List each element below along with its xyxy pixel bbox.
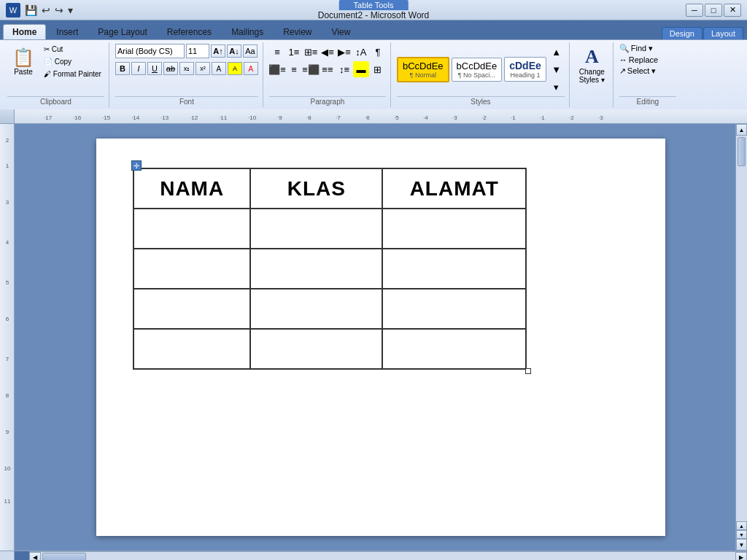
change-styles-button[interactable]: A ChangeStyles ▾ bbox=[576, 44, 608, 86]
tab-page-layout[interactable]: Page Layout bbox=[88, 24, 156, 39]
close-button[interactable]: ✕ bbox=[724, 4, 741, 17]
svg-text:·1: ·1 bbox=[511, 114, 516, 121]
table-cell[interactable] bbox=[133, 329, 250, 369]
svg-text:·11: ·11 bbox=[219, 114, 228, 121]
style-normal-label: ¶ Normal bbox=[403, 71, 444, 79]
show-marks-button[interactable]: ¶ bbox=[370, 44, 386, 60]
table-cell[interactable] bbox=[250, 329, 382, 369]
tab-mailings[interactable]: Mailings bbox=[222, 24, 273, 39]
border-button[interactable]: ⊞ bbox=[370, 61, 386, 77]
customize-icon[interactable]: ▾ bbox=[66, 3, 74, 18]
align-right-button[interactable]: ≡⬛ bbox=[303, 61, 319, 77]
scroll-page-down[interactable]: ▼ bbox=[736, 530, 747, 539]
subscript-button[interactable]: x₂ bbox=[179, 62, 194, 75]
italic-button[interactable]: I bbox=[131, 62, 146, 75]
table-cell[interactable] bbox=[250, 209, 382, 249]
font-name-input[interactable] bbox=[115, 44, 185, 58]
font-color-button[interactable]: A bbox=[244, 62, 258, 75]
vertical-scrollbar[interactable]: ▲ ▲ ▼ ▼ bbox=[735, 124, 747, 551]
font-group-label: Font bbox=[115, 96, 258, 106]
select-button[interactable]: ↗ Select ▾ bbox=[619, 66, 657, 76]
table-cell[interactable] bbox=[250, 289, 382, 329]
style-heading1[interactable]: cDdEe Heading 1 bbox=[504, 57, 546, 82]
svg-text:·5: ·5 bbox=[394, 114, 399, 121]
table-cell[interactable] bbox=[133, 249, 250, 289]
line-spacing-button[interactable]: ↕≡ bbox=[336, 61, 352, 77]
maximize-button[interactable]: □ bbox=[705, 4, 722, 17]
clear-format-button[interactable]: Aa bbox=[243, 44, 258, 58]
table-row bbox=[133, 329, 526, 369]
style-normal[interactable]: bCcDdEe ¶ Normal bbox=[397, 57, 449, 82]
list-ordered-button[interactable]: 1≡ bbox=[286, 44, 302, 60]
style-heading1-label: Heading 1 bbox=[509, 71, 541, 79]
decrease-indent-button[interactable]: ◀≡ bbox=[320, 44, 336, 60]
svg-text:·1: ·1 bbox=[540, 114, 545, 121]
save-icon[interactable]: 💾 bbox=[23, 3, 39, 18]
copy-button[interactable]: 📄 Copy bbox=[41, 56, 104, 67]
text-effect-button[interactable]: A bbox=[212, 62, 226, 75]
tab-insert[interactable]: Insert bbox=[47, 24, 88, 39]
replace-button[interactable]: ↔ Replace bbox=[619, 55, 658, 64]
scroll-up-arrow[interactable]: ▲ bbox=[736, 124, 747, 136]
find-button[interactable]: 🔍 Find ▾ bbox=[619, 44, 653, 53]
h-scroll-thumb[interactable] bbox=[42, 553, 86, 560]
align-center-button[interactable]: ≡ bbox=[286, 61, 302, 77]
tab-view[interactable]: View bbox=[322, 24, 360, 39]
scroll-page-up[interactable]: ▲ bbox=[736, 521, 747, 530]
horizontal-scrollbar[interactable]: ◀ ▶ bbox=[29, 551, 747, 560]
styles-scroll-down[interactable]: ▼ bbox=[549, 61, 565, 77]
table-cell[interactable] bbox=[382, 209, 526, 249]
tab-review[interactable]: Review bbox=[274, 24, 321, 39]
undo-icon[interactable]: ↩ bbox=[40, 3, 52, 18]
table-cell[interactable] bbox=[133, 289, 250, 329]
cut-button[interactable]: ✂ Cut bbox=[41, 44, 104, 55]
tab-layout[interactable]: Layout bbox=[703, 27, 743, 39]
vertical-ruler: 2 1 3 4 5 6 7 8 9 10 11 bbox=[0, 124, 15, 551]
header-nama[interactable]: NAMA bbox=[133, 168, 250, 209]
increase-font-button[interactable]: A↑ bbox=[211, 44, 225, 58]
font-size-input[interactable] bbox=[186, 44, 209, 58]
table-cell[interactable] bbox=[382, 289, 526, 329]
scroll-left-arrow[interactable]: ◀ bbox=[29, 552, 41, 560]
replace-label: Replace bbox=[629, 55, 658, 64]
tab-design[interactable]: Design bbox=[662, 27, 703, 39]
table-cell[interactable] bbox=[382, 249, 526, 289]
shading-button[interactable]: ▬ bbox=[353, 61, 369, 77]
change-styles-group: A ChangeStyles ▾ bbox=[571, 42, 614, 107]
decrease-font-button[interactable]: A↓ bbox=[227, 44, 241, 58]
style-no-spacing[interactable]: bCcDdEe ¶ No Spaci... bbox=[452, 58, 503, 82]
increase-indent-button[interactable]: ▶≡ bbox=[336, 44, 352, 60]
table-cell[interactable] bbox=[133, 209, 250, 249]
minimize-button[interactable]: ─ bbox=[686, 4, 703, 17]
redo-icon[interactable]: ↪ bbox=[53, 3, 65, 18]
scroll-right-arrow[interactable]: ▶ bbox=[735, 552, 747, 560]
paste-button[interactable]: 📋 Paste bbox=[7, 44, 39, 79]
header-klas[interactable]: KLAS bbox=[250, 168, 382, 209]
scroll-down-arrow[interactable]: ▼ bbox=[736, 539, 747, 551]
svg-text:·3: ·3 bbox=[452, 114, 457, 121]
h-scroll-track bbox=[41, 552, 735, 560]
underline-button[interactable]: U bbox=[147, 62, 162, 75]
table-move-handle[interactable]: ✛ bbox=[131, 160, 142, 171]
list-unordered-button[interactable]: ≡ bbox=[269, 44, 285, 60]
find-icon: 🔍 bbox=[619, 44, 630, 53]
paragraph-group: ≡ 1≡ ⊞≡ ◀≡ ▶≡ ↕A ¶ ⬛≡ ≡ ≡⬛ ≡≡ ↕≡ ▬ ⊞ Par… bbox=[265, 42, 391, 107]
multilevel-list-button[interactable]: ⊞≡ bbox=[303, 44, 319, 60]
table-resize-handle[interactable] bbox=[525, 368, 531, 374]
superscript-button[interactable]: x² bbox=[196, 62, 210, 75]
header-alamat[interactable]: ALAMAT bbox=[382, 168, 526, 209]
bold-button[interactable]: B bbox=[115, 62, 130, 75]
table-cell[interactable] bbox=[250, 249, 382, 289]
strikethrough-button[interactable]: ab bbox=[163, 62, 178, 75]
table-cell[interactable] bbox=[382, 329, 526, 369]
highlight-button[interactable]: A bbox=[228, 62, 242, 75]
scroll-thumb[interactable] bbox=[738, 137, 746, 166]
format-painter-button[interactable]: 🖌 Format Painter bbox=[41, 69, 104, 79]
tab-home[interactable]: Home bbox=[3, 24, 46, 39]
align-left-button[interactable]: ⬛≡ bbox=[269, 61, 285, 77]
styles-scroll-up[interactable]: ▲ bbox=[549, 44, 565, 60]
styles-expand[interactable]: ▾ bbox=[549, 79, 565, 95]
tab-references[interactable]: References bbox=[158, 24, 221, 39]
align-justify-button[interactable]: ≡≡ bbox=[320, 61, 336, 77]
sort-button[interactable]: ↕A bbox=[353, 44, 369, 60]
